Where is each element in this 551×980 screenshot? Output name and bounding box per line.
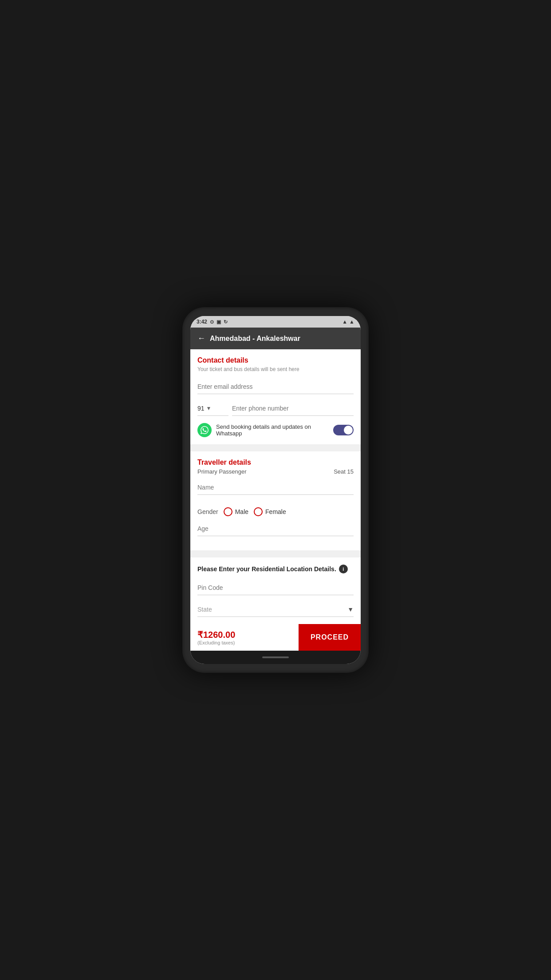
gender-label: Gender (197, 508, 218, 515)
phone-frame: 3:42 ⊙ ▣ ↻ ▲ ▲ ← Ahmedabad - Ankaleshwar… (182, 307, 369, 673)
seat-number: 15 (347, 468, 354, 475)
country-code-dropdown-icon: ▼ (206, 405, 212, 411)
male-radio-circle (224, 507, 232, 516)
state-placeholder-text: State (197, 606, 347, 613)
female-radio[interactable]: Female (254, 507, 286, 516)
wifi-icon: ▲ (342, 319, 347, 325)
signal-icon: ⊙ (210, 319, 214, 325)
signal-bars-icon: ▲ (349, 319, 354, 325)
phone-screen: 3:42 ⊙ ▣ ↻ ▲ ▲ ← Ahmedabad - Ankaleshwar… (190, 316, 361, 664)
currency-symbol: ₹ (197, 630, 203, 640)
price-section: ₹1260.00 (Excluding taxes) (190, 624, 299, 651)
email-input[interactable] (197, 379, 354, 394)
age-input[interactable] (197, 522, 354, 536)
country-code-selector[interactable]: 91 ▼ (197, 401, 228, 416)
female-radio-circle (254, 507, 263, 516)
bottom-bar: ₹1260.00 (Excluding taxes) PROCEED (190, 624, 361, 651)
male-label: Male (235, 508, 248, 515)
section-divider-1 (190, 448, 361, 451)
price-display: ₹1260.00 (197, 629, 291, 640)
bottom-nav-indicator (190, 651, 361, 664)
sim-icon: ▣ (216, 319, 221, 325)
price-value: 1260.00 (203, 630, 235, 640)
seat-info: Seat 15 (334, 468, 354, 475)
passenger-label: Primary Passenger (197, 468, 247, 475)
header-title: Ahmedabad - Ankaleshwar (210, 335, 300, 343)
contact-details-section: Contact details Your ticket and bus deta… (190, 349, 361, 444)
seat-label: Seat (334, 468, 346, 475)
proceed-button[interactable]: PROCEED (299, 624, 361, 651)
info-icon[interactable]: i (339, 565, 348, 573)
whatsapp-row: Send booking details and updates on What… (197, 423, 354, 437)
contact-section-title: Contact details (197, 356, 354, 364)
country-code-value: 91 (197, 405, 205, 412)
contact-section-subtitle: Your ticket and bus details will be sent… (197, 366, 354, 372)
sync-icon: ↻ (224, 319, 228, 325)
location-title: Please Enter your Residential Location D… (197, 565, 336, 573)
back-button[interactable]: ← (197, 334, 205, 343)
passenger-info-row: Primary Passenger Seat 15 (197, 468, 354, 475)
app-header: ← Ahmedabad - Ankaleshwar (190, 328, 361, 349)
status-bar: 3:42 ⊙ ▣ ↻ ▲ ▲ (190, 316, 361, 328)
phone-input[interactable] (232, 401, 354, 416)
name-input[interactable] (197, 480, 354, 495)
state-dropdown-icon: ▼ (347, 606, 354, 613)
home-indicator-bar (262, 656, 289, 658)
pin-code-input[interactable] (197, 581, 354, 595)
phone-row: 91 ▼ (197, 401, 354, 416)
location-header: Please Enter your Residential Location D… (197, 565, 354, 573)
male-radio[interactable]: Male (224, 507, 248, 516)
whatsapp-label: Send booking details and updates on What… (216, 423, 329, 437)
price-note: (Excluding taxes) (197, 640, 291, 645)
traveller-details-section: Traveller details Primary Passenger Seat… (190, 451, 361, 550)
female-label: Female (265, 508, 286, 515)
state-selector[interactable]: State ▼ (197, 602, 354, 617)
section-divider-2 (190, 554, 361, 557)
toggle-knob (344, 426, 353, 435)
whatsapp-toggle[interactable] (333, 425, 354, 435)
time-display: 3:42 (197, 319, 207, 325)
traveller-section-title: Traveller details (197, 458, 354, 466)
location-section: Please Enter your Residential Location D… (190, 557, 361, 624)
gender-row: Gender Male Female (197, 507, 354, 516)
whatsapp-icon (197, 423, 212, 437)
